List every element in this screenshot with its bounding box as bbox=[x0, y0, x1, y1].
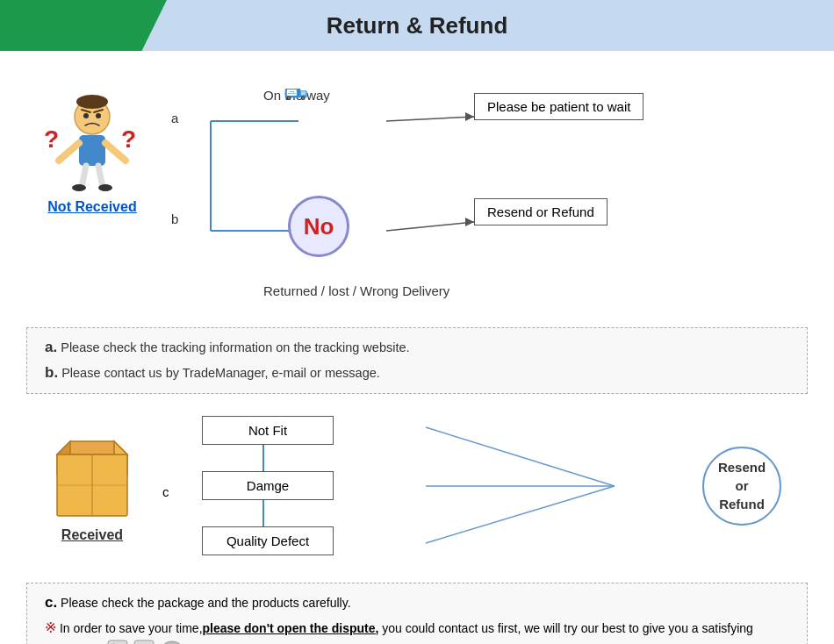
message-icon bbox=[160, 640, 184, 644]
callout-patient: Please be patient to wait bbox=[474, 93, 643, 120]
label-b: b bbox=[171, 211, 178, 226]
label-a: a bbox=[171, 111, 178, 125]
svg-line-42 bbox=[426, 427, 615, 486]
svg-line-18 bbox=[386, 117, 474, 121]
svg-line-44 bbox=[426, 486, 615, 543]
header: Return & Refund bbox=[0, 0, 834, 51]
not-received-label: Not Received bbox=[47, 199, 136, 215]
svg-marker-21 bbox=[465, 218, 474, 226]
option-not-fit: Not Fit bbox=[202, 416, 334, 445]
resend-circle: Resend or Refund bbox=[702, 447, 781, 526]
svg-rect-8 bbox=[79, 135, 105, 166]
svg-text:?: ? bbox=[121, 125, 136, 153]
section-received: Received c bbox=[26, 403, 808, 578]
svg-point-28 bbox=[302, 97, 304, 99]
box-area: Received bbox=[26, 437, 158, 543]
svg-rect-24 bbox=[301, 91, 306, 95]
note-a: a. Please check the tracking information… bbox=[45, 335, 789, 361]
label-c: c bbox=[162, 484, 169, 499]
returned-label: Returned / lost / Wrong Delivery bbox=[263, 283, 449, 298]
svg-marker-19 bbox=[465, 112, 474, 121]
diagram1: a b FREE bbox=[158, 68, 808, 305]
person-area: ? ? bbox=[26, 95, 158, 215]
contact-icons: 📞 ✉ bbox=[107, 640, 184, 644]
truck-container: FREE DELIVERY On the way bbox=[263, 86, 330, 103]
no-circle: No bbox=[288, 196, 349, 257]
note-dispute: ※ In order to save your time,please don'… bbox=[45, 616, 789, 644]
svg-line-12 bbox=[98, 166, 103, 187]
diagram2: c Not Fit Damge Quality Defect Resend or… bbox=[158, 403, 808, 578]
page-title: Return & Refund bbox=[0, 12, 834, 39]
svg-point-26 bbox=[288, 97, 290, 99]
note-c: c. Please check the package and the prod… bbox=[45, 590, 789, 616]
note-b: b. Please contact us by TradeManager, e-… bbox=[45, 361, 789, 386]
svg-line-11 bbox=[82, 166, 86, 187]
svg-point-14 bbox=[98, 184, 112, 191]
svg-point-4 bbox=[83, 113, 89, 118]
svg-line-9 bbox=[59, 143, 79, 161]
phone-icon: 📞 bbox=[107, 640, 128, 644]
svg-point-5 bbox=[96, 113, 101, 118]
svg-point-3 bbox=[76, 95, 108, 109]
svg-line-20 bbox=[386, 222, 474, 231]
option-quality: Quality Defect bbox=[202, 526, 334, 555]
svg-text:DELIVERY: DELIVERY bbox=[288, 92, 297, 94]
person-icon: ? ? bbox=[40, 95, 145, 195]
svg-text:?: ? bbox=[44, 125, 59, 153]
svg-text:FREE: FREE bbox=[290, 90, 295, 92]
svg-point-13 bbox=[72, 184, 86, 191]
notes-section2: c. Please check the package and the prod… bbox=[26, 583, 808, 644]
notes-section1: a. Please check the tracking information… bbox=[26, 327, 808, 394]
callout-resend: Resend or Refund bbox=[474, 198, 608, 225]
section-not-received: ? ? bbox=[26, 68, 808, 323]
received-label: Received bbox=[61, 527, 123, 543]
main-content: ? ? bbox=[0, 51, 834, 644]
email-icon: ✉ bbox=[133, 640, 155, 644]
option-damage: Damge bbox=[202, 471, 334, 500]
